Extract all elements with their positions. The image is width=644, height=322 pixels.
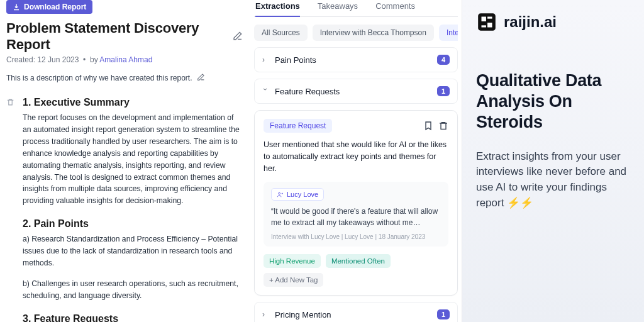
- section-3-heading: 3. Feature Requests: [23, 313, 243, 322]
- svg-rect-4: [487, 17, 492, 19]
- svg-point-0: [279, 192, 280, 194]
- edit-description-icon[interactable]: [197, 73, 205, 83]
- extraction-tabs: Extractions Takeaways Comments: [254, 0, 458, 17]
- card-tag-feature-request[interactable]: Feature Request: [264, 119, 332, 133]
- source-pills: All Sources Interview with Becca Thompso…: [254, 25, 458, 41]
- marketing-subtext: Extract insights from your user intervie…: [476, 149, 630, 211]
- created-date: Created: 12 Jun 2023: [6, 55, 79, 64]
- accordion-pain-label: Pain Points: [275, 55, 316, 65]
- report-title: Problem Statement Discovery Report: [6, 20, 228, 53]
- download-icon: [13, 3, 20, 11]
- section-2-body-a: a) Research Standardization and Process …: [23, 233, 243, 269]
- tab-comments[interactable]: Comments: [375, 0, 415, 16]
- quote-meta: Interview with Lucy Love | Lucy Love | 1…: [271, 233, 441, 240]
- accordion-pain-count: 4: [437, 55, 450, 65]
- download-report-button[interactable]: Download Report: [6, 0, 92, 14]
- delete-section-icon[interactable]: [6, 99, 14, 108]
- tag-high-revenue[interactable]: High Revenue: [264, 254, 321, 268]
- report-meta: Created: 12 Jun 2023 • by Amalina Ahmad: [6, 55, 243, 64]
- edit-title-icon[interactable]: [233, 28, 243, 45]
- accordion-pricing-label: Pricing Mention: [275, 310, 331, 319]
- chevron-right-icon: ›: [262, 55, 269, 64]
- persona-name: Lucy Love: [287, 191, 318, 198]
- persona-chip[interactable]: Lucy Love: [271, 188, 324, 201]
- report-description: This is a description of why we have cre…: [6, 74, 192, 82]
- accordion-pricing-count: 1: [437, 309, 450, 319]
- svg-rect-1: [478, 13, 496, 31]
- add-new-tag-button[interactable]: + Add New Tag: [264, 273, 323, 287]
- by-prefix: by: [90, 55, 99, 64]
- report-title-row: Problem Statement Discovery Report: [6, 20, 243, 53]
- brand-name: raijin.ai: [504, 13, 557, 31]
- source-pill-partial[interactable]: Interview with: [439, 25, 458, 41]
- section-2-heading: 2. Pain Points: [23, 218, 243, 230]
- bookmark-icon[interactable]: [423, 121, 433, 131]
- accordion-feature-requests[interactable]: › Feature Requests 1: [254, 79, 458, 104]
- quote-box: Lucy Love “It would be good if there's a…: [264, 182, 448, 247]
- card-body-text: User mentioned that she would like for A…: [264, 139, 448, 174]
- accordion-pain-points[interactable]: › Pain Points 4: [254, 47, 458, 72]
- accordion-feature-label: Feature Requests: [275, 87, 340, 96]
- source-pill-all[interactable]: All Sources: [254, 25, 308, 41]
- section-1-body: The report focuses on the development an…: [23, 112, 243, 207]
- marketing-headline: Qualitative Data Analysis On Steroids: [476, 70, 630, 133]
- chevron-right-icon: ›: [262, 310, 269, 319]
- tag-mentioned-often[interactable]: Mentioned Often: [326, 254, 391, 268]
- tab-extractions[interactable]: Extractions: [255, 0, 300, 17]
- brand-logo-icon: [476, 11, 497, 33]
- accordion-feature-count: 1: [437, 86, 450, 96]
- brand-row: raijin.ai: [476, 11, 630, 33]
- accordion-pricing-mention[interactable]: › Pricing Mention 1: [254, 302, 458, 322]
- person-icon: [277, 191, 284, 198]
- section-2-body-b: b) Challenges in user research operation…: [23, 278, 243, 302]
- download-report-label: Download Report: [24, 3, 86, 11]
- tab-takeaways[interactable]: Takeaways: [318, 0, 358, 16]
- quote-text: “It would be good if there's a feature t…: [271, 206, 441, 228]
- extraction-card: Feature Request User mentioned that she …: [254, 110, 458, 296]
- svg-rect-2: [482, 17, 486, 21]
- trash-icon[interactable]: [438, 121, 448, 131]
- source-pill-becca[interactable]: Interview with Becca Thompson: [313, 25, 434, 41]
- author-link[interactable]: Amalina Ahmad: [99, 55, 152, 64]
- section-1-heading: 1. Executive Summary: [23, 97, 243, 108]
- chevron-down-icon: ›: [261, 88, 270, 94]
- svg-rect-5: [482, 25, 486, 27]
- svg-rect-3: [487, 23, 492, 27]
